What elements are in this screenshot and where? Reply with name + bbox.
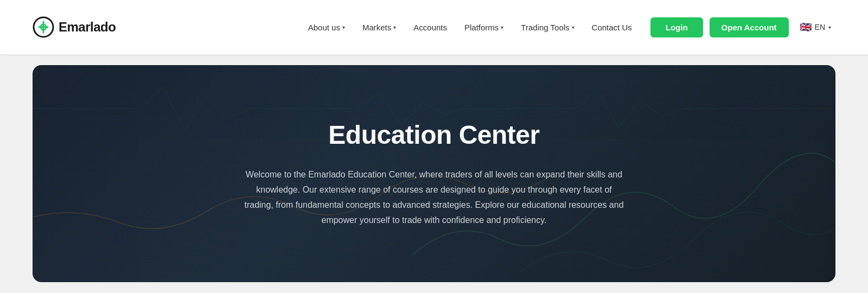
nav-trading-tools-label: Trading Tools xyxy=(521,23,569,32)
nav-links: About us ▾ Markets ▾ Accounts Platforms … xyxy=(301,18,640,36)
nav-platforms-label: Platforms xyxy=(464,23,499,32)
chevron-down-icon: ▾ xyxy=(342,24,345,30)
nav-about-us-label: About us xyxy=(308,23,340,32)
hero-title: Education Center xyxy=(244,120,624,150)
lang-code: EN xyxy=(815,23,825,31)
nav-trading-tools[interactable]: Trading Tools ▾ xyxy=(513,18,582,36)
navbar: Emarlado About us ▾ Markets ▾ Accounts P… xyxy=(0,0,868,54)
language-selector[interactable]: 🇬🇧 EN ▾ xyxy=(795,18,835,36)
hero-content: Education Center Welcome to the Emarlado… xyxy=(222,87,646,260)
nav-markets-label: Markets xyxy=(362,23,391,32)
hero-section: Education Center Welcome to the Emarlado… xyxy=(33,65,835,282)
logo[interactable]: Emarlado xyxy=(33,16,116,38)
chevron-down-icon: ▾ xyxy=(393,24,396,30)
nav-accounts[interactable]: Accounts xyxy=(406,18,455,36)
nav-actions: Login Open Account 🇬🇧 EN ▾ xyxy=(650,17,835,37)
nav-contact-us[interactable]: Contact Us xyxy=(584,18,640,36)
chevron-down-icon: ▾ xyxy=(501,24,503,30)
nav-accounts-label: Accounts xyxy=(413,23,447,32)
chevron-down-icon: ▾ xyxy=(572,24,575,30)
chevron-down-icon: ▾ xyxy=(828,24,831,30)
flag-icon: 🇬🇧 xyxy=(800,21,812,33)
logo-icon xyxy=(33,16,54,38)
hero-description: Welcome to the Emarlado Education Center… xyxy=(244,167,624,228)
nav-markets[interactable]: Markets ▾ xyxy=(355,18,404,36)
open-account-button[interactable]: Open Account xyxy=(710,17,789,37)
nav-platforms[interactable]: Platforms ▾ xyxy=(457,18,511,36)
logo-text: Emarlado xyxy=(59,20,116,35)
nav-about-us[interactable]: About us ▾ xyxy=(301,18,353,36)
login-button[interactable]: Login xyxy=(650,17,703,37)
nav-contact-us-label: Contact Us xyxy=(592,23,632,32)
